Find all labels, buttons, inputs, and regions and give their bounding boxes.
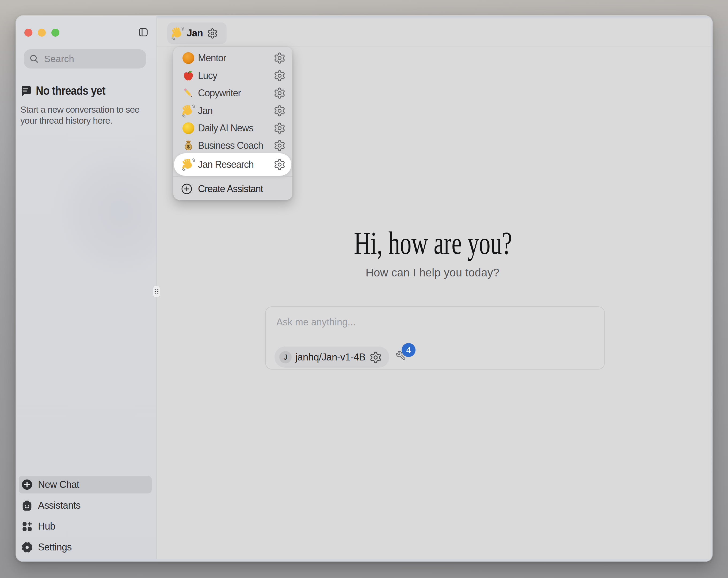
svg-text:$: $ [187, 144, 190, 149]
